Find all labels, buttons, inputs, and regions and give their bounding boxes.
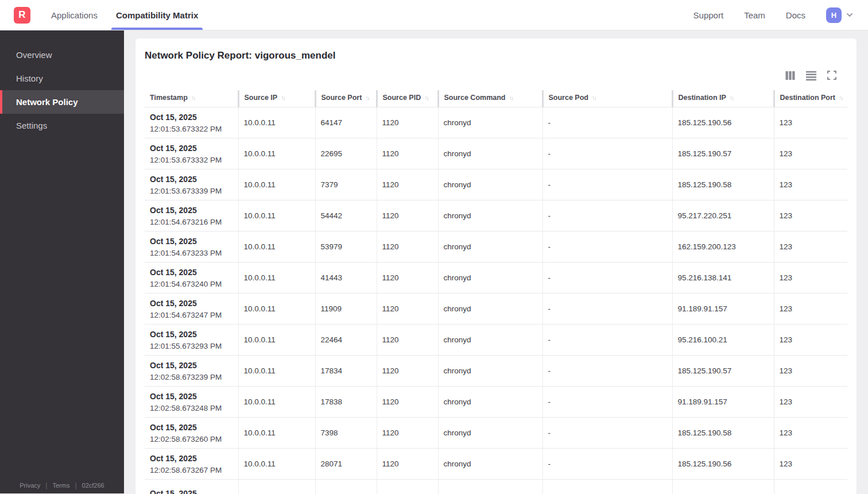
cell-timestamp: Oct 15, 202512:02:58.673248 PM <box>145 387 238 418</box>
timestamp-date: Oct 15, 2025 <box>150 423 235 432</box>
table-body: Oct 15, 202512:01:53.673322 PM10.0.0.116… <box>145 107 847 494</box>
timestamp-time: 12:02:58.673248 PM <box>150 404 235 412</box>
nav-right: Support Team Docs H <box>693 7 854 23</box>
sidebar-item-settings[interactable]: Settings <box>0 114 124 137</box>
column-label: Source Pod <box>549 94 588 102</box>
sort-icon[interactable]: ↑↓ <box>191 94 195 101</box>
column-header-destination-port[interactable]: Destination Port↑↓ <box>774 90 847 107</box>
sort-icon[interactable]: ↑↓ <box>281 94 285 101</box>
column-header-source-pid[interactable]: Source PID↑↓ <box>377 90 438 107</box>
sort-icon[interactable]: ↑↓ <box>730 94 734 101</box>
nav-link-docs[interactable]: Docs <box>786 10 805 20</box>
cell-source-pod: - <box>542 325 672 356</box>
fullscreen-icon[interactable] <box>827 70 837 80</box>
timestamp-time: 12:02:58.673239 PM <box>150 373 235 381</box>
cell-dest-port: 123 <box>774 169 847 200</box>
sidebar-nav: OverviewHistoryNetwork PolicySettings <box>0 43 124 137</box>
report-card: Network Policy Report: vigorous_mendel <box>135 38 857 494</box>
cell-source-pid: 1120 <box>377 325 438 356</box>
cell-source-command: chronyd <box>438 169 542 200</box>
cell-source-pid: 1120 <box>377 356 438 387</box>
cell-timestamp: Oct 15, 202512:01:53.673322 PM <box>145 107 238 138</box>
cell-timestamp: Oct 15, 202512:02:58.673267 PM <box>145 449 238 480</box>
cell-source-pid: 1120 <box>377 169 438 200</box>
cell-source-pod: - <box>542 169 672 200</box>
timestamp-time: 12:02:58.673267 PM <box>150 466 235 474</box>
table-row: Oct 15, 202512:02:58.673239 PM10.0.0.111… <box>145 356 847 387</box>
app-logo[interactable]: R <box>14 7 30 24</box>
cell-source-command <box>438 480 542 494</box>
table-row: Oct 15, 202512:01:54.673240 PM10.0.0.114… <box>145 263 847 294</box>
nav-link-support[interactable]: Support <box>693 10 724 20</box>
columns-icon[interactable] <box>785 70 796 81</box>
cell-dest-ip <box>672 480 774 494</box>
cell-dest-ip: 185.125.190.56 <box>672 107 774 138</box>
cell-timestamp: Oct 15, 202512:01:53.673332 PM <box>145 138 238 169</box>
cell-dest-ip: 91.189.91.157 <box>672 294 774 325</box>
sort-icon[interactable]: ↑↓ <box>839 94 843 101</box>
cell-timestamp: Oct 15, 202512:01:54.673216 PM <box>145 200 238 231</box>
cell-source-port: 17838 <box>315 387 377 418</box>
cell-dest-port: 123 <box>774 449 847 480</box>
table-row: Oct 15, 202512:01:53.673322 PM10.0.0.116… <box>145 107 847 138</box>
cell-dest-ip: 91.189.91.157 <box>672 387 774 418</box>
chevron-down-icon[interactable] <box>845 10 854 20</box>
column-header-source-port[interactable]: Source Port↑↓ <box>315 90 377 107</box>
cell-source-pid: 1120 <box>377 107 438 138</box>
page-layout: OverviewHistoryNetwork PolicySettings Pr… <box>0 30 868 493</box>
table-row: Oct 15, 202512:01:55.673293 PM10.0.0.112… <box>145 325 847 356</box>
column-header-source-pod[interactable]: Source Pod↑↓ <box>542 90 672 107</box>
cell-source-pid: 1120 <box>377 263 438 294</box>
footer-link-terms[interactable]: Terms <box>52 482 69 489</box>
cell-source-pid <box>377 480 438 494</box>
cell-timestamp: Oct 15, 202512:01:54.673233 PM <box>145 231 238 263</box>
timestamp-date: Oct 15, 2025 <box>150 113 235 122</box>
cell-source-command: chronyd <box>438 356 542 387</box>
cell-source-port: 17834 <box>315 356 377 387</box>
timestamp-date: Oct 15, 2025 <box>150 489 235 494</box>
avatar[interactable]: H <box>826 7 842 23</box>
sort-icon[interactable]: ↑↓ <box>509 94 513 101</box>
cell-source-port <box>315 480 377 494</box>
top-navbar: R ApplicationsCompatibility Matrix Suppo… <box>0 0 868 30</box>
cell-dest-port: 123 <box>774 356 847 387</box>
sort-icon[interactable]: ↑↓ <box>424 94 428 101</box>
cell-timestamp: Oct 15, 202512:01:53.673339 PM <box>145 169 238 200</box>
footer-divider: | <box>75 481 76 489</box>
sidebar-item-overview[interactable]: Overview <box>0 43 124 67</box>
cell-source-port: 41443 <box>315 263 377 294</box>
column-header-source-ip[interactable]: Source IP↑↓ <box>238 90 315 107</box>
cell-source-ip <box>238 480 315 494</box>
logo-letter: R <box>18 9 25 21</box>
column-label: Timestamp <box>150 94 188 102</box>
nav-link-team[interactable]: Team <box>744 10 765 20</box>
build-id: 02cf266 <box>82 482 104 489</box>
cell-source-ip: 10.0.0.11 <box>238 387 315 418</box>
timestamp-date: Oct 15, 2025 <box>150 175 235 184</box>
cell-source-ip: 10.0.0.11 <box>238 449 315 480</box>
cell-source-command: chronyd <box>438 107 542 138</box>
footer-link-privacy[interactable]: Privacy <box>20 482 40 489</box>
cell-source-port: 7398 <box>315 418 377 449</box>
user-menu[interactable]: H <box>826 7 854 23</box>
cell-source-ip: 10.0.0.11 <box>238 294 315 325</box>
sidebar-item-network-policy[interactable]: Network Policy <box>0 90 124 114</box>
tab-compatibility-matrix[interactable]: Compatibility Matrix <box>111 0 203 30</box>
column-header-source-command[interactable]: Source Command↑↓ <box>438 90 542 107</box>
cell-source-port: 64147 <box>315 107 377 138</box>
rows-icon[interactable] <box>805 70 817 81</box>
sidebar-item-history[interactable]: History <box>0 67 124 90</box>
cell-dest-ip: 185.125.190.57 <box>672 356 774 387</box>
cell-dest-ip: 95.216.138.141 <box>672 263 774 294</box>
cell-source-pid: 1120 <box>377 138 438 169</box>
column-header-timestamp[interactable]: Timestamp↑↓ <box>145 90 238 107</box>
cell-source-command: chronyd <box>438 418 542 449</box>
sort-icon[interactable]: ↑↓ <box>365 94 369 101</box>
sort-icon[interactable]: ↑↓ <box>592 94 596 101</box>
cell-source-pod: - <box>542 231 672 263</box>
tab-applications[interactable]: Applications <box>46 0 102 30</box>
network-policy-table: Timestamp↑↓Source IP↑↓Source Port↑↓Sourc… <box>145 90 847 494</box>
cell-timestamp: Oct 15, 202512:01:54.673240 PM <box>145 263 238 294</box>
avatar-initial: H <box>831 11 836 20</box>
column-header-destination-ip[interactable]: Destination IP↑↓ <box>672 90 774 107</box>
